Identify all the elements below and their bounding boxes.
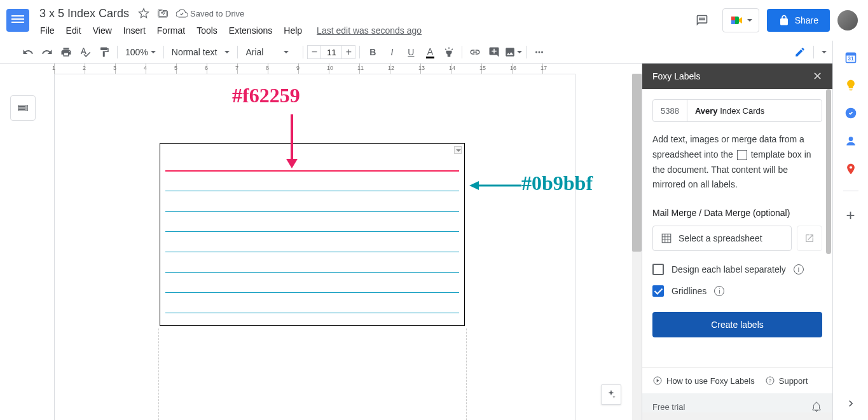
tasks-icon[interactable] <box>844 107 857 119</box>
bold-button[interactable]: B <box>364 43 382 61</box>
svg-rect-1 <box>731 17 735 20</box>
card-line <box>165 252 459 252</box>
undo-button[interactable] <box>19 43 37 61</box>
card-line <box>165 211 459 212</box>
explore-button[interactable] <box>601 384 621 405</box>
highlight-button[interactable] <box>440 43 458 61</box>
collapse-rail-button[interactable] <box>844 397 857 410</box>
saved-status[interactable]: Saved to Drive <box>176 8 244 19</box>
main-area: 1234567891011121314151617 #f62259 #0b9bb… <box>0 64 832 420</box>
print-button[interactable] <box>57 43 75 61</box>
redo-button[interactable] <box>38 43 56 61</box>
maps-icon[interactable] <box>844 163 857 175</box>
create-labels-button[interactable]: Create labels <box>652 312 822 337</box>
help-icon: ? <box>765 376 775 386</box>
avatar[interactable] <box>837 10 858 30</box>
card-dropdown-icon[interactable] <box>454 146 462 154</box>
info-icon[interactable]: i <box>794 264 804 274</box>
menu-extensions[interactable]: Extensions <box>224 23 277 38</box>
header: 3 x 5 Index Cards Saved to Drive File Ed… <box>0 0 868 41</box>
text-color-button[interactable]: A <box>421 43 439 61</box>
star-icon[interactable] <box>138 8 149 19</box>
meet-icon <box>729 13 745 28</box>
document-title[interactable]: 3 x 5 Index Cards <box>36 6 133 22</box>
add-comment-button[interactable] <box>485 43 503 61</box>
design-separately-checkbox[interactable] <box>652 264 664 275</box>
comments-button[interactable] <box>689 8 715 33</box>
toolbar: 100% Normal text Arial − + B I U A <box>0 41 868 64</box>
svg-point-3 <box>535 51 537 53</box>
editing-mode-button[interactable] <box>789 43 832 61</box>
menu-file[interactable]: File <box>36 23 59 38</box>
move-icon[interactable] <box>157 8 169 19</box>
caret-down-icon <box>747 19 752 22</box>
share-button[interactable]: Share <box>767 9 830 32</box>
index-card[interactable] <box>160 143 465 326</box>
document-area: 1234567891011121314151617 #f62259 #0b9bb… <box>0 64 642 420</box>
arrow-teal-icon <box>467 179 525 192</box>
docs-icon <box>6 9 29 32</box>
annotation-pink: #f62259 <box>232 84 300 107</box>
font-size-control: − + <box>307 45 355 59</box>
grid-icon <box>661 233 672 244</box>
vertical-scrollbar[interactable] <box>632 74 642 420</box>
menu-help[interactable]: Help <box>279 23 307 38</box>
gridlines-checkbox[interactable] <box>652 285 664 297</box>
svg-marker-9 <box>469 181 479 190</box>
svg-point-4 <box>539 51 541 53</box>
close-icon[interactable]: ✕ <box>813 69 822 83</box>
menu-edit[interactable]: Edit <box>62 23 86 38</box>
meet-button[interactable] <box>722 8 759 32</box>
bell-icon <box>811 401 822 412</box>
font-size-input[interactable] <box>321 45 341 59</box>
menu-tools[interactable]: Tools <box>192 23 222 38</box>
merge-section-title: Mail Merge / Data Merge (optional) <box>652 208 822 218</box>
svg-point-17 <box>848 137 853 141</box>
last-edit-link[interactable]: Last edit was seconds ago <box>317 25 422 36</box>
ruler[interactable]: 1234567891011121314151617 <box>0 64 642 74</box>
svg-text:31: 31 <box>848 55 854 62</box>
info-icon[interactable]: i <box>714 286 724 296</box>
document-page[interactable] <box>54 74 575 420</box>
outline-button[interactable] <box>10 95 36 121</box>
menu-insert[interactable]: Insert <box>119 23 150 38</box>
zoom-dropdown[interactable]: 100% <box>121 44 160 60</box>
font-size-decrease[interactable]: − <box>307 45 321 59</box>
menu-view[interactable]: View <box>88 23 116 38</box>
menu-format[interactable]: Format <box>153 23 189 38</box>
template-selector[interactable]: 5388 Avery Index Cards <box>652 99 822 122</box>
font-size-increase[interactable]: + <box>341 45 355 59</box>
add-addon-button[interactable]: + <box>846 207 855 224</box>
how-to-link[interactable]: How to use Foxy Labels <box>652 376 755 386</box>
pencil-icon <box>794 46 806 58</box>
spellcheck-button[interactable] <box>76 43 94 61</box>
side-panel-rail: 31 + <box>832 41 868 420</box>
font-dropdown[interactable]: Arial <box>242 44 299 60</box>
contacts-icon[interactable] <box>844 135 857 147</box>
support-link[interactable]: ? Support <box>765 376 808 386</box>
panel-scrollbar[interactable] <box>826 89 832 388</box>
italic-button[interactable]: I <box>383 43 401 61</box>
underline-button[interactable]: U <box>402 43 420 61</box>
foxy-labels-panel: Foxy Labels ✕ 5388 Avery Index Cards Add… <box>642 64 832 420</box>
svg-rect-2 <box>731 20 735 24</box>
gridlines-row: Gridlines i <box>652 285 822 297</box>
more-button[interactable] <box>530 43 548 61</box>
margin-guide-left <box>158 329 159 420</box>
keep-icon[interactable] <box>844 79 857 91</box>
annotation-teal: #0b9bbf <box>521 172 593 195</box>
paint-format-button[interactable] <box>95 43 113 61</box>
select-spreadsheet-button[interactable]: Select a spreadsheet <box>652 226 792 251</box>
docs-logo[interactable] <box>5 8 31 33</box>
insert-image-button[interactable] <box>504 43 522 61</box>
horizontal-scrollbar[interactable] <box>642 412 832 420</box>
cloud-icon <box>176 8 188 19</box>
arrow-pink-icon <box>276 114 308 172</box>
style-dropdown[interactable]: Normal text <box>168 44 234 60</box>
panel-title: Foxy Labels <box>652 71 700 81</box>
template-name: Avery Index Cards <box>687 106 772 116</box>
lock-icon <box>778 15 790 26</box>
calendar-icon[interactable]: 31 <box>844 51 857 64</box>
open-spreadsheet-button[interactable] <box>797 226 822 251</box>
insert-link-button[interactable] <box>466 43 484 61</box>
